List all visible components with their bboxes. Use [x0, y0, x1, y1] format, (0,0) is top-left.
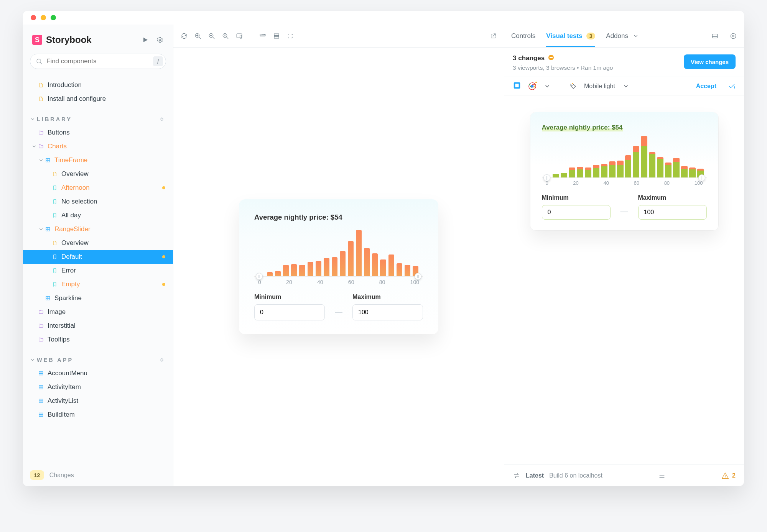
chart-bar	[291, 264, 297, 276]
min-label: Minimum	[542, 194, 611, 201]
viewport-label[interactable]: Mobile light	[584, 83, 615, 90]
sidebar-item-accountmenu[interactable]: AccountMenu	[23, 366, 173, 380]
sidebar-item-image[interactable]: Image	[23, 305, 173, 319]
sidebar-item-error[interactable]: Error	[23, 264, 173, 277]
visual-tests-header: 3 changes 3 viewports, 3 browsers • Ran …	[504, 48, 744, 77]
chart-bar	[372, 253, 378, 276]
sidebar-item-activityitem[interactable]: ActivityItem	[23, 380, 173, 394]
batch-accept-icon[interactable]	[728, 82, 736, 90]
addons-panel: ControlsVisual tests3Addons 3 changes 3 …	[504, 25, 744, 486]
addon-tabs: ControlsVisual tests3Addons	[504, 25, 744, 48]
sidebar-item-builditem[interactable]: BuildItem	[23, 408, 173, 422]
max-input[interactable]	[352, 304, 423, 320]
zoom-reset-icon[interactable]	[222, 32, 229, 40]
latest-label: Latest	[526, 472, 544, 479]
svg-rect-3	[48, 158, 50, 160]
sort-icon[interactable]	[158, 116, 165, 123]
sidebar-item-afternoon[interactable]: Afternoon	[23, 181, 173, 195]
svg-rect-36	[712, 34, 718, 38]
chart-bar	[324, 258, 329, 276]
sidebar-item-overview[interactable]: Overview	[23, 167, 173, 181]
sidebar-item-activitylist[interactable]: ActivityList	[23, 394, 173, 408]
play-icon[interactable]	[142, 36, 149, 44]
folder-icon	[38, 129, 44, 136]
status-dot-icon	[548, 55, 554, 62]
sidebar-item-interstitial[interactable]: Interstitial	[23, 319, 173, 333]
svg-rect-28	[39, 415, 41, 417]
zoom-in-icon[interactable]	[194, 32, 202, 40]
sidebar-item-rangeslider[interactable]: RangeSlider	[23, 222, 173, 236]
sidebar-footer[interactable]: 12 Changes	[23, 464, 173, 486]
minimize-window-dot[interactable]	[41, 15, 46, 20]
view-changes-button[interactable]: View changes	[684, 54, 736, 69]
sync-icon[interactable]	[180, 32, 188, 40]
sidebar-item-introduction[interactable]: Introduction	[23, 78, 173, 92]
chart-bar	[299, 265, 305, 276]
build-label: Build 6 on localhost	[549, 472, 602, 479]
section-web-app[interactable]: WEB APP	[23, 353, 173, 366]
sidebar-item-overview[interactable]: Overview	[23, 236, 173, 250]
folder-icon	[38, 336, 44, 343]
chart-bar	[569, 167, 575, 177]
sidebar-item-tooltips[interactable]: Tooltips	[23, 333, 173, 346]
tab-addons[interactable]: Addons	[606, 25, 640, 47]
sidebar: S Storybook / IntroductionInstall and co…	[23, 25, 173, 486]
canvas-toolbar	[173, 25, 504, 48]
maximize-window-dot[interactable]	[51, 15, 56, 20]
section-library[interactable]: LIBRARY	[23, 113, 173, 126]
diff-overlay-icon[interactable]	[513, 81, 521, 91]
sidebar-item-install-and-configure[interactable]: Install and configure	[23, 92, 173, 106]
min-input[interactable]	[542, 205, 611, 220]
panel-icon[interactable]	[711, 32, 719, 40]
svg-rect-25	[41, 401, 43, 403]
change-dot-icon	[162, 283, 165, 286]
chart-bar	[356, 230, 362, 276]
chevron-down-icon[interactable]	[622, 82, 630, 90]
swap-icon[interactable]	[513, 472, 520, 479]
chart-bar	[601, 164, 607, 177]
outline-icon[interactable]	[286, 32, 294, 40]
svg-rect-16	[39, 374, 41, 375]
folder-icon	[38, 309, 44, 315]
svg-rect-14	[39, 371, 41, 373]
sidebar-item-default[interactable]: Default	[23, 250, 173, 264]
changes-count-badge: 12	[30, 470, 44, 480]
sidebar-item-sparkline[interactable]: Sparkline	[23, 291, 173, 305]
chart-bar	[641, 136, 647, 177]
close-icon[interactable]	[729, 32, 737, 40]
chart-bar	[577, 167, 583, 177]
grid-icon[interactable]	[273, 32, 280, 40]
sort-icon[interactable]	[158, 356, 165, 363]
settings-lines-icon[interactable]	[658, 472, 666, 479]
search-input[interactable]	[30, 54, 166, 69]
sidebar-item-no-selection[interactable]: No selection	[23, 195, 173, 209]
gear-icon[interactable]	[156, 36, 164, 44]
canvas: Average nightly price: $54 || || 0204060…	[173, 48, 504, 486]
tab-controls[interactable]: Controls	[511, 25, 535, 47]
chevron-down-icon[interactable]	[543, 82, 551, 90]
window-controls	[23, 11, 744, 25]
doc-icon	[38, 82, 44, 89]
accept-button[interactable]: Accept	[696, 83, 716, 90]
close-window-dot[interactable]	[31, 15, 36, 20]
measure-icon[interactable]	[259, 32, 267, 40]
chart-bar	[316, 261, 321, 276]
sidebar-item-timeframe[interactable]: TimeFrame	[23, 153, 173, 167]
sidebar-item-all-day[interactable]: All day	[23, 209, 173, 222]
sidebar-item-empty[interactable]: Empty	[23, 277, 173, 291]
zoom-out-icon[interactable]	[208, 32, 216, 40]
sidebar-item-charts[interactable]: Charts	[23, 140, 173, 153]
tab-badge: 3	[586, 33, 596, 39]
sidebar-item-buttons[interactable]: Buttons	[23, 126, 173, 140]
cmp-icon	[38, 384, 44, 391]
open-external-icon[interactable]	[489, 32, 497, 40]
chart-bar	[593, 165, 599, 177]
min-input[interactable]	[254, 304, 325, 320]
warnings-badge[interactable]: 2	[721, 472, 736, 479]
svg-rect-19	[41, 385, 43, 387]
chrome-icon[interactable]	[528, 82, 537, 90]
viewport-icon[interactable]	[235, 32, 243, 40]
doc-icon	[38, 95, 44, 102]
max-input[interactable]	[638, 205, 707, 220]
tab-visual-tests[interactable]: Visual tests3	[546, 25, 595, 47]
